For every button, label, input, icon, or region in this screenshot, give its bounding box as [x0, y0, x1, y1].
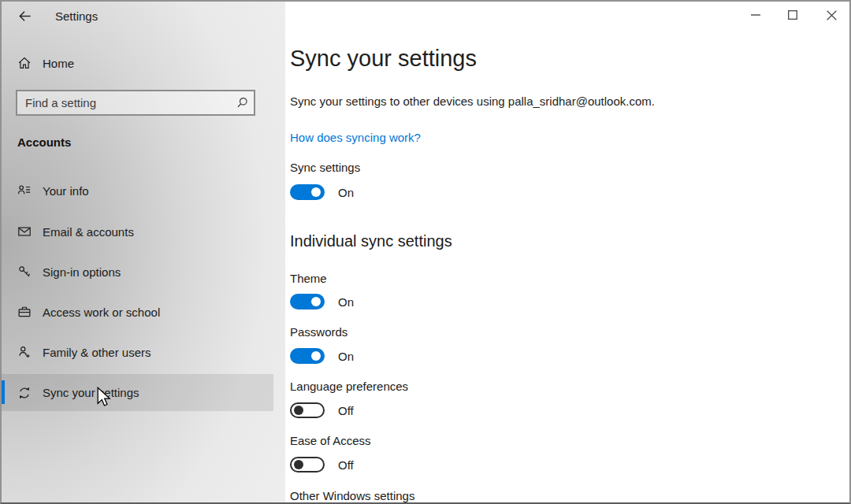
home-icon	[17, 56, 32, 70]
sidebar-item-label: Home	[43, 57, 74, 70]
passwords-toggle[interactable]	[290, 348, 325, 364]
theme-label: Theme	[290, 272, 327, 285]
close-button[interactable]	[813, 2, 849, 28]
sidebar-item-label: Access work or school	[43, 306, 160, 319]
sidebar-item-sync-your-settings[interactable]: Sync your settings	[2, 374, 273, 411]
toggle-state-text: On	[338, 295, 354, 309]
ease-of-access-toggle[interactable]	[290, 457, 325, 472]
how-syncing-works-link[interactable]: How does syncing work?	[290, 131, 421, 144]
main-content: Sync your settings Sync your settings to…	[285, 2, 849, 502]
maximize-icon	[788, 10, 797, 20]
toggle-state-text: On	[338, 350, 354, 363]
sidebar-item-access-work-school[interactable]: Access work or school	[2, 294, 273, 330]
sidebar-item-label: Family & other users	[43, 346, 151, 359]
back-button[interactable]	[11, 5, 38, 27]
sidebar-item-label: Email & accounts	[43, 225, 134, 239]
sync-settings-label: Sync settings	[290, 161, 360, 174]
sidebar-item-label: Your info	[43, 184, 89, 198]
minimize-button[interactable]	[738, 2, 774, 28]
sidebar-item-home[interactable]: Home	[2, 49, 273, 77]
sidebar-item-your-info[interactable]: Your info	[2, 172, 273, 209]
toggle-state-text: On	[338, 186, 354, 199]
contact-card-icon	[17, 183, 32, 198]
back-arrow-icon	[17, 9, 32, 24]
person-add-icon	[17, 345, 32, 359]
language-preferences-toggle[interactable]	[290, 402, 325, 418]
individual-sync-settings-heading: Individual sync settings	[290, 232, 452, 250]
toggle-state-text: Off	[338, 458, 354, 472]
theme-toggle[interactable]	[290, 294, 325, 309]
sidebar-section-accounts: Accounts	[17, 135, 71, 149]
selected-accent-bar	[2, 380, 5, 404]
minimize-icon	[751, 14, 760, 16]
ease-of-access-toggle-row: Off	[290, 457, 354, 472]
settings-window: Settings Home Accounts	[0, 0, 851, 504]
maximize-button[interactable]	[775, 2, 811, 28]
close-icon	[827, 10, 837, 20]
passwords-label: Passwords	[290, 325, 347, 339]
sidebar-item-label: Sign-in options	[43, 265, 121, 279]
sidebar-item-family-other-users[interactable]: Family & other users	[2, 334, 273, 370]
page-description: Sync your settings to other devices usin…	[290, 94, 655, 108]
search-box	[16, 90, 255, 116]
ease-of-access-label: Ease of Access	[290, 434, 371, 447]
toggle-state-text: Off	[338, 404, 354, 417]
app-title: Settings	[55, 9, 98, 23]
sidebar-item-sign-in-options[interactable]: Sign-in options	[2, 254, 273, 290]
search-icon[interactable]	[230, 96, 254, 109]
sidebar: Settings Home Accounts	[2, 2, 285, 502]
language-preferences-toggle-row: Off	[290, 402, 354, 418]
passwords-toggle-row: On	[290, 348, 354, 364]
search-input[interactable]	[17, 96, 230, 109]
sidebar-item-email-accounts[interactable]: Email & accounts	[2, 213, 273, 250]
envelope-icon	[17, 224, 32, 239]
key-icon	[17, 265, 32, 279]
language-preferences-label: Language preferences	[290, 380, 408, 393]
page-title: Sync your settings	[290, 46, 477, 72]
theme-toggle-row: On	[290, 294, 354, 309]
briefcase-icon	[17, 305, 32, 319]
sync-settings-toggle-row: On	[290, 184, 354, 200]
other-windows-settings-heading: Other Windows settings	[290, 489, 414, 502]
sidebar-item-label: Sync your settings	[43, 386, 139, 399]
sync-icon	[17, 386, 32, 400]
sync-settings-toggle[interactable]	[290, 184, 325, 200]
